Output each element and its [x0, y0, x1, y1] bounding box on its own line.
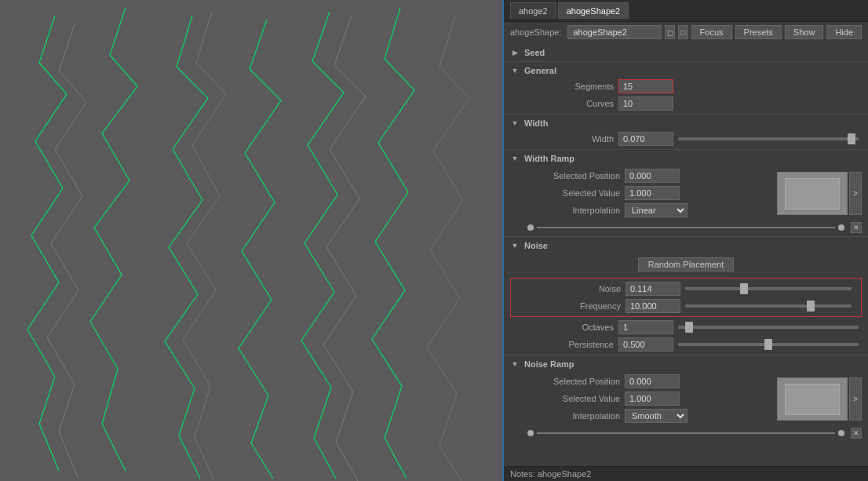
octaves-label: Octaves [527, 322, 614, 332]
ramp-dot-left[interactable] [527, 224, 534, 231]
nr-selected-position-input[interactable] [625, 374, 680, 388]
noise-slider[interactable] [685, 287, 852, 290]
width-ramp-props: Selected Position Selected Value Interpo… [510, 167, 768, 219]
noise-ramp-line [537, 432, 835, 434]
shape-label: ahogeShape: [510, 27, 561, 37]
nr-selected-value-row: Selected Value [510, 390, 768, 407]
divider-4 [504, 236, 868, 237]
wr-interpolation-select[interactable]: Linear Smooth Spline Step [625, 203, 687, 217]
width-ramp-dots-row: ✕ [504, 220, 868, 235]
random-placement-row: Random Placement [504, 253, 868, 276]
noise-input[interactable] [625, 282, 680, 296]
noise-ramp-preview-inner [785, 384, 840, 415]
window-icon[interactable]: □ [678, 25, 688, 39]
canvas-area [0, 0, 502, 481]
segments-label: Segments [527, 82, 614, 91]
divider-3 [504, 149, 868, 150]
curves-input[interactable] [618, 97, 673, 111]
wr-selected-position-row: Selected Position [510, 167, 768, 184]
width-ramp-section-header[interactable]: ▼ Width Ramp [504, 151, 868, 166]
show-button[interactable]: Show [785, 25, 824, 39]
noise-ramp-x-button[interactable]: ✕ [851, 428, 862, 439]
width-ramp-container: Selected Position Selected Value Interpo… [504, 166, 868, 220]
notes-value: ahogeShape2 [538, 469, 592, 479]
wr-interpolation-row: Interpolation Linear Smooth Spline Step [510, 202, 768, 219]
seed-arrow-icon: ▶ [510, 48, 520, 57]
frequency-slider-thumb[interactable] [807, 301, 815, 312]
width-ramp-title: Width Ramp [524, 154, 574, 163]
random-placement-button[interactable]: Random Placement [638, 257, 735, 271]
nr-interpolation-label: Interpolation [534, 411, 620, 421]
tab-ahogeshape2[interactable]: ahogeShape2 [558, 2, 629, 19]
frequency-label: Frequency [534, 301, 621, 311]
divider-5 [504, 355, 868, 355]
octaves-slider[interactable] [678, 326, 859, 329]
ramp-dot-right[interactable] [838, 224, 844, 231]
noise-section-header[interactable]: ▼ Noise [504, 239, 868, 253]
persistence-slider-thumb[interactable] [764, 339, 772, 350]
nr-selected-position-label: Selected Position [534, 377, 620, 386]
width-ramp-expand-button[interactable]: > [849, 172, 862, 215]
width-title: Width [524, 118, 548, 128]
ramp-line [537, 227, 835, 228]
noise-ramp-dot-right[interactable] [838, 430, 844, 436]
persistence-slider[interactable] [678, 343, 859, 346]
wr-selected-position-label: Selected Position [534, 171, 620, 180]
noise-ramp-expand-button[interactable]: > [849, 377, 862, 421]
width-slider[interactable] [678, 137, 859, 140]
noise-label: Noise [534, 284, 621, 293]
nr-interpolation-row: Interpolation Linear Smooth Spline Step [510, 407, 768, 425]
noise-ramp-preview [777, 377, 848, 421]
svg-rect-0 [0, 0, 502, 481]
top-bar: ahogeShape: ◻ □ Focus Presets Show Hide [504, 22, 868, 42]
noise-title: Noise [524, 241, 548, 250]
width-label: Width [527, 134, 614, 144]
persistence-input[interactable] [618, 337, 673, 352]
noise-ramp-props: Selected Position Selected Value Interpo… [510, 373, 768, 425]
wr-interpolation-label: Interpolation [534, 206, 620, 215]
octaves-input[interactable] [618, 320, 673, 334]
presets-button[interactable]: Presets [735, 25, 782, 39]
octaves-slider-thumb[interactable] [685, 322, 693, 333]
right-panel: ahoge2 ahogeShape2 ahogeShape: ◻ □ Focus… [502, 0, 868, 481]
nr-selected-value-input[interactable] [625, 392, 680, 406]
seed-title: Seed [524, 48, 545, 57]
noise-ramp-container: Selected Position Selected Value Interpo… [504, 371, 868, 426]
nr-selected-value-label: Selected Value [534, 394, 620, 403]
curves-label: Curves [527, 99, 614, 108]
wr-selected-value-input[interactable] [625, 186, 680, 200]
nr-selected-position-row: Selected Position [510, 373, 768, 390]
wr-selected-position-input[interactable] [625, 169, 680, 183]
noise-highlight-box: Noise Frequency [510, 278, 862, 317]
notes-label: Notes: [510, 469, 535, 479]
noise-ramp-section-header[interactable]: ▼ Noise Ramp [504, 357, 868, 371]
width-slider-thumb[interactable] [848, 133, 855, 144]
scroll-area[interactable]: ▶ Seed ▼ General Segments Curves ▼ Width [504, 42, 868, 466]
hide-button[interactable]: Hide [826, 25, 862, 39]
curves-row: Curves [504, 95, 868, 112]
width-input[interactable] [618, 132, 673, 146]
noise-ramp-arrow-icon: ▼ [510, 359, 520, 369]
noise-slider-thumb[interactable] [740, 283, 748, 294]
width-arrow-icon: ▼ [510, 118, 520, 128]
frequency-slider[interactable] [685, 304, 852, 308]
tab-ahoge2[interactable]: ahoge2 [510, 2, 556, 19]
noise-ramp-title: Noise Ramp [524, 359, 574, 369]
expand-icon[interactable]: ◻ [665, 25, 675, 39]
general-section-header[interactable]: ▼ General [504, 64, 868, 78]
nr-interpolation-select[interactable]: Linear Smooth Spline Step [625, 409, 687, 423]
wr-selected-value-label: Selected Value [534, 188, 620, 198]
width-row: Width [504, 130, 868, 148]
shape-input[interactable] [567, 25, 662, 39]
width-section-header[interactable]: ▼ Width [504, 116, 868, 130]
frequency-input[interactable] [625, 299, 680, 313]
width-ramp-arrow-icon: ▼ [510, 154, 520, 163]
noise-ramp-dot-left[interactable] [527, 430, 534, 436]
ramp-x-button[interactable]: ✕ [851, 222, 862, 233]
segments-input[interactable] [618, 79, 673, 93]
focus-button[interactable]: Focus [691, 25, 732, 39]
seed-section-header[interactable]: ▶ Seed [504, 46, 868, 60]
general-arrow-icon: ▼ [510, 66, 520, 75]
width-ramp-preview-inner [785, 178, 840, 210]
noise-ramp-dots-row: ✕ [504, 426, 868, 440]
